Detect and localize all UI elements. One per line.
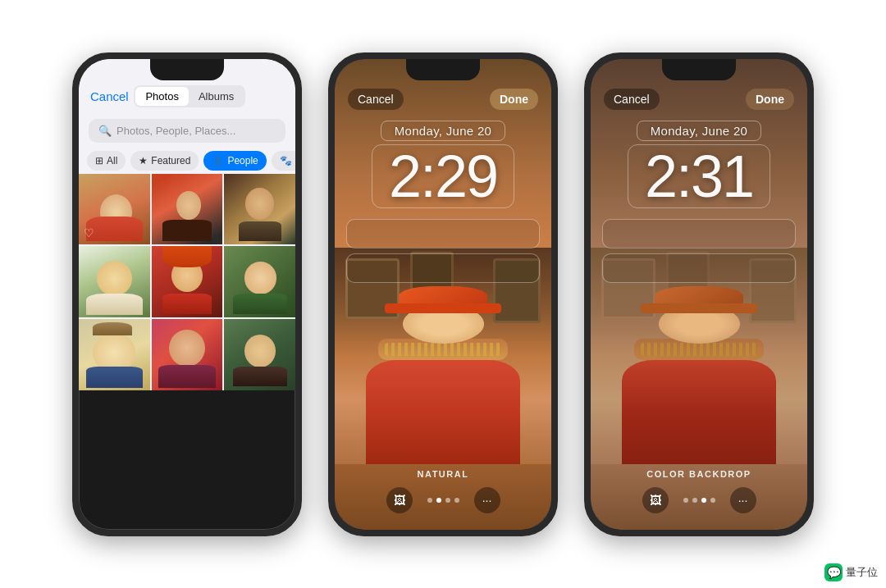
- ls-bottom-bar-3: COLOR BACKDROP 🖼 ···: [591, 469, 807, 513]
- lockscreen-natural: Cancel Done Monday, June 20 2:29: [335, 59, 551, 530]
- tab-photos[interactable]: Photos: [135, 87, 188, 106]
- ls-datetime-2: Monday, June 20 2:29: [335, 121, 551, 208]
- ls-dot-2-2: [436, 498, 441, 503]
- ls-dots-3: [683, 498, 715, 503]
- filter-featured-label: Featured: [151, 155, 190, 166]
- cancel-button-3[interactable]: Cancel: [604, 89, 660, 110]
- ls-widget-2-1: [346, 219, 540, 248]
- ls-widgets-2: [335, 219, 551, 283]
- tab-group: Photos Albums: [134, 85, 245, 107]
- photo-cell-6[interactable]: [224, 246, 295, 317]
- ls-widgets-3: [591, 219, 807, 283]
- filter-pets[interactable]: 🐾 Pets: [272, 151, 295, 171]
- ls-top-bar-3: Cancel Done: [591, 89, 807, 110]
- cancel-button-2[interactable]: Cancel: [348, 89, 404, 110]
- filter-featured[interactable]: ★ Featured: [130, 151, 199, 171]
- photo-cell-9[interactable]: [224, 319, 295, 390]
- filter-people-label: People: [227, 155, 258, 166]
- search-icon: 🔍: [98, 125, 112, 137]
- ls-bottom-bar-2: NATURAL 🖼 ···: [335, 469, 551, 513]
- ls-controls-3: 🖼 ···: [642, 487, 756, 513]
- ls-time-2: 2:29: [372, 144, 514, 208]
- ls-date-3: Monday, June 20: [637, 121, 761, 141]
- ls-dot-3-2: [692, 498, 697, 503]
- wechat-icon: 💬: [827, 566, 841, 579]
- phone-1-screen: Cancel Photos Albums 🔍 Photos, People, P…: [79, 59, 295, 530]
- ls-dot-2-4: [454, 498, 459, 503]
- search-placeholder: Photos, People, Places...: [116, 125, 235, 137]
- filter-bar: ⊞ All ★ Featured 👤 People 🐾 Pets …: [79, 148, 295, 174]
- photo-cell-4[interactable]: [79, 246, 150, 317]
- photo-cell-3[interactable]: [224, 174, 295, 245]
- ls-controls-2: 🖼 ···: [386, 487, 500, 513]
- photo-cell-1[interactable]: ♡: [79, 174, 150, 245]
- ls-time-3: 2:31: [628, 144, 770, 208]
- ls-widget-2-2: [346, 253, 540, 283]
- watermark: 💬 量子位: [824, 563, 878, 581]
- ls-style-label-3: COLOR BACKDROP: [646, 469, 751, 479]
- photos-grid: ♡: [79, 174, 295, 390]
- phone-1: Cancel Photos Albums 🔍 Photos, People, P…: [72, 52, 302, 536]
- ls-dot-3-4: [710, 498, 715, 503]
- wechat-logo: 💬: [824, 563, 843, 581]
- phone-2: Cancel Done Monday, June 20 2:29: [328, 52, 558, 536]
- ls-dot-3-3: [701, 498, 706, 503]
- photo-cell-7[interactable]: [79, 319, 150, 390]
- phone-2-screen: Cancel Done Monday, June 20 2:29: [335, 59, 551, 530]
- photo-cell-8[interactable]: [152, 319, 223, 390]
- ls-more-btn-3[interactable]: ···: [730, 487, 756, 513]
- watermark-text: 量子位: [846, 565, 878, 580]
- ls-dots-2: [427, 498, 459, 503]
- ls-photo-btn-2[interactable]: 🖼: [386, 487, 413, 513]
- ls-style-label-2: NATURAL: [418, 469, 469, 479]
- paw-icon: 🐾: [280, 155, 292, 166]
- filter-all-label: All: [107, 155, 117, 166]
- ls-more-btn-2[interactable]: ···: [474, 487, 500, 513]
- heart-badge: ♡: [84, 226, 94, 239]
- done-button-3[interactable]: Done: [746, 89, 794, 110]
- person-icon: 👤: [212, 155, 224, 166]
- photo-cell-2[interactable]: [152, 174, 223, 245]
- phone-3-screen: Cancel Done Monday, June 20 2:31: [591, 59, 807, 530]
- ls-dot-3-1: [683, 498, 688, 503]
- tab-albums[interactable]: Albums: [189, 87, 244, 106]
- ls-date-2: Monday, June 20: [381, 121, 505, 141]
- phone-3: Cancel Done Monday, June 20 2:31: [584, 52, 814, 536]
- ls-widget-3-1: [602, 219, 796, 248]
- ls-widget-3-2: [602, 253, 796, 283]
- ls-dot-2-3: [445, 498, 450, 503]
- photos-picker: Cancel Photos Albums 🔍 Photos, People, P…: [79, 59, 295, 390]
- filter-people[interactable]: 👤 People: [203, 151, 266, 171]
- search-bar[interactable]: 🔍 Photos, People, Places...: [89, 119, 285, 143]
- lockscreen-color-backdrop: Cancel Done Monday, June 20 2:31: [591, 59, 807, 530]
- ls-datetime-3: Monday, June 20 2:31: [591, 121, 807, 208]
- photo-cell-5[interactable]: [152, 246, 223, 317]
- filter-all[interactable]: ⊞ All: [87, 151, 126, 171]
- done-button-2[interactable]: Done: [490, 89, 538, 110]
- ls-photo-btn-3[interactable]: 🖼: [642, 487, 669, 513]
- cancel-button[interactable]: Cancel: [90, 89, 129, 103]
- ls-dot-2-1: [427, 498, 432, 503]
- photos-header: Cancel Photos Albums: [79, 59, 295, 114]
- ls-top-bar-2: Cancel Done: [335, 89, 551, 110]
- grid-icon: ⊞: [95, 155, 103, 166]
- star-icon: ★: [139, 155, 148, 166]
